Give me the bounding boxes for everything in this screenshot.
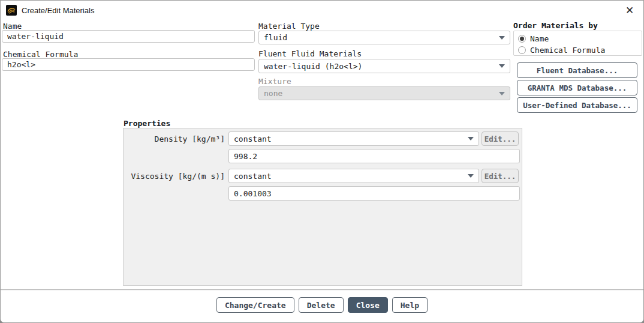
chevron-down-icon [499,64,505,68]
footer-divider [1,289,643,291]
delete-button[interactable]: Delete [299,297,344,313]
material-type-value: fluid [264,33,495,42]
order-by-chemical-formula-label: Chemical Formula [530,46,605,55]
chemical-formula-input[interactable] [2,58,255,71]
chevron-down-icon [499,92,505,95]
material-type-label: Material Type [258,22,320,31]
chevron-down-icon [468,137,474,140]
properties-label: Properties [124,119,170,128]
fluent-fluid-materials-value: water-liquid (h2o<l>) [264,62,495,71]
close-button[interactable]: Close [348,297,388,313]
mixture-dropdown: none [258,86,510,100]
create-edit-materials-dialog: Create/Edit Materials ✕ Name Chemical Fo… [0,0,644,323]
name-label: Name [3,22,22,31]
radio-selected-icon[interactable] [518,35,526,43]
title-bar: Create/Edit Materials ✕ [1,1,643,20]
mixture-value: none [264,89,495,98]
order-materials-by-group: Name Chemical Formula [513,31,642,56]
name-input[interactable] [2,30,255,43]
user-defined-database-button[interactable]: User-Defined Database... [517,97,637,113]
order-by-name-option[interactable]: Name [514,33,642,44]
density-value-input[interactable] [228,149,520,163]
order-materials-by-label: Order Materials by [513,21,598,30]
density-edit-button[interactable]: Edit... [482,131,519,146]
help-button[interactable]: Help [392,297,428,313]
order-by-chemical-formula-option[interactable]: Chemical Formula [514,44,642,56]
fluent-database-button[interactable]: Fluent Database... [517,62,637,78]
chevron-down-icon [499,36,505,40]
mixture-label: Mixture [258,77,291,86]
viscosity-value-input[interactable] [228,186,520,201]
dialog-title: Create/Edit Materials [22,6,94,15]
density-label: Density [kg/m³] [129,134,225,143]
radio-unselected-icon[interactable] [518,46,526,54]
footer-button-row: Change/Create Delete Close Help [1,297,643,313]
chemical-formula-label: Chemical Formula [3,50,78,59]
fluent-logo-icon [6,5,17,16]
fluent-fluid-materials-label: Fluent Fluid Materials [258,49,362,58]
density-method-value: constant [234,134,464,143]
order-by-name-label: Name [530,34,549,43]
chevron-down-icon [468,174,474,178]
close-icon[interactable]: ✕ [622,3,637,17]
viscosity-edit-button[interactable]: Edit... [482,169,519,183]
fluent-fluid-materials-dropdown[interactable]: water-liquid (h2o<l>) [258,59,510,73]
density-method-dropdown[interactable]: constant [228,131,479,146]
viscosity-method-value: constant [234,172,464,181]
change-create-button[interactable]: Change/Create [216,297,294,313]
viscosity-method-dropdown[interactable]: constant [228,169,479,183]
viscosity-label: Viscosity [kg/(m s)] [129,172,225,181]
granta-mds-database-button[interactable]: GRANTA MDS Database... [517,80,637,95]
material-type-dropdown[interactable]: fluid [258,31,510,44]
